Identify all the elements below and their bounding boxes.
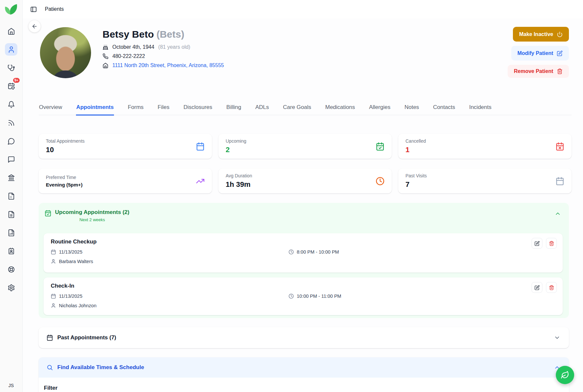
remove-patient-label: Remove Patient: [514, 68, 553, 74]
tab-incidents[interactable]: Incidents: [469, 100, 492, 116]
patient-address-link[interactable]: 1111 North 20th Street, Phoenix, Arizona…: [112, 62, 224, 68]
delete-appointment-button[interactable]: [546, 238, 557, 249]
sidebar-item-chat[interactable]: [5, 135, 17, 147]
stat-label: Cancelled: [405, 138, 426, 144]
sidebar-item-reports[interactable]: [5, 226, 17, 239]
clock-icon: [289, 249, 294, 255]
modify-patient-button[interactable]: Modify Patient: [511, 46, 569, 61]
expand-past-button[interactable]: [553, 334, 561, 342]
patient-name: Betsy Beto(Bets): [103, 27, 224, 41]
clock-icon: [376, 177, 385, 186]
tab-disclosures[interactable]: Disclosures: [183, 100, 213, 116]
sidebar-nav: 9+: [5, 25, 17, 294]
trending-up-icon: [196, 177, 205, 186]
sidebar-item-care-calendar[interactable]: 9+: [5, 80, 17, 92]
appointment-title: Routine Checkup: [51, 239, 555, 245]
arrow-left-icon: [31, 23, 38, 29]
patient-phone: 480-222-2222: [112, 53, 145, 59]
upcoming-appointments-section: Upcoming Appointments (2) Next 2 weeks R…: [39, 203, 569, 318]
past-appointments-section[interactable]: Past Appointments (7): [39, 327, 569, 348]
trash-icon: [549, 241, 554, 246]
rss-icon: [8, 119, 15, 127]
schedule-section: Find Available Times & Schedule Filter: [39, 357, 569, 392]
past-appointments-title: Past Appointments (7): [57, 334, 116, 341]
remove-patient-button[interactable]: Remove Patient: [508, 65, 569, 78]
calendar-check-icon: [376, 142, 385, 151]
appointment-time: 10:00 PM - 11:00 PM: [297, 294, 341, 299]
appointment-provider-row: Nicholas Johnzon: [51, 303, 555, 308]
tab-billing[interactable]: Billing: [226, 100, 241, 116]
edit-appointment-button[interactable]: [532, 238, 542, 249]
stat-label: Upcoming: [226, 138, 246, 144]
tab-care-goals[interactable]: Care Goals: [283, 100, 311, 116]
stat-label: Avg Duration: [226, 173, 252, 178]
landmark-icon: [8, 174, 15, 182]
patient-header: Betsy Beto(Bets) October 4th, 1944 (81 y…: [103, 27, 224, 69]
appointment-time-row: 8:00 PM - 10:00 PM: [289, 249, 339, 255]
bell-icon: [8, 101, 15, 108]
chevron-up-icon: [555, 210, 561, 217]
sidebar-item-clinical[interactable]: [5, 62, 17, 74]
sidebar-item-support[interactable]: [5, 263, 17, 276]
user-initials[interactable]: JS: [9, 383, 14, 388]
make-inactive-button[interactable]: Make Inactive: [513, 27, 569, 42]
sidebar-item-messages[interactable]: [5, 153, 17, 166]
sidebar-item-contacts[interactable]: [5, 245, 17, 257]
assistant-fab-button[interactable]: [556, 366, 574, 384]
sidebar-item-feed[interactable]: [5, 116, 17, 129]
edit-icon: [535, 241, 540, 246]
sidebar-toggle-button[interactable]: [30, 6, 37, 13]
delete-appointment-button[interactable]: [546, 282, 557, 293]
stat-preferred-time: Preferred Time Evening (5pm+): [39, 169, 212, 193]
edit-icon: [557, 50, 563, 56]
calendar-heart-icon: [8, 82, 15, 90]
tab-appointments[interactable]: Appointments: [76, 100, 114, 116]
edit-icon: [535, 285, 540, 290]
tab-overview[interactable]: Overview: [39, 100, 63, 116]
patient-tabs: Overview Appointments Forms Files Disclo…: [39, 100, 572, 115]
patient-age: (81 years old): [158, 44, 190, 50]
sidebar-item-documents[interactable]: [5, 208, 17, 221]
collapse-upcoming-button[interactable]: [554, 209, 562, 218]
appointment-time-row: 10:00 PM - 11:00 PM: [289, 294, 341, 299]
appointment-title: Check-In: [51, 283, 555, 289]
patient-full-name: Betsy Beto: [103, 29, 154, 40]
sidebar-item-home[interactable]: [5, 25, 17, 37]
edit-appointment-button[interactable]: [532, 282, 542, 293]
clock-icon: [289, 294, 294, 299]
leaf-icon: [561, 371, 569, 379]
sidebar-item-notifications[interactable]: [5, 98, 17, 111]
tab-allergies[interactable]: Allergies: [369, 100, 391, 116]
make-inactive-label: Make Inactive: [519, 31, 553, 37]
patient-address-row: 1111 North 20th Street, Phoenix, Arizona…: [103, 62, 224, 69]
birthday-cake-icon: [103, 44, 108, 50]
tab-adls[interactable]: ADLs: [255, 100, 269, 116]
sidebar-item-forms[interactable]: [5, 190, 17, 202]
sidebar-item-patients[interactable]: [5, 43, 17, 56]
stat-value: 7: [405, 180, 427, 189]
stat-cancelled: Cancelled 1: [398, 134, 572, 159]
home-address-icon: [103, 62, 108, 68]
patient-dob: October 4th, 1944: [112, 44, 154, 50]
back-button[interactable]: [28, 20, 41, 32]
tab-medications[interactable]: Medications: [325, 100, 355, 116]
phone-icon: [103, 53, 108, 59]
tab-files[interactable]: Files: [157, 100, 170, 116]
id-card-icon: [8, 247, 15, 255]
panel-left-icon: [30, 6, 37, 13]
chevron-down-icon: [554, 334, 560, 341]
app-logo-leaf-icon[interactable]: [4, 3, 19, 16]
upcoming-appointments-header[interactable]: Upcoming Appointments (2) Next 2 weeks: [39, 203, 569, 222]
trash-icon: [549, 285, 554, 290]
sidebar-item-settings[interactable]: [5, 281, 17, 294]
tab-contacts[interactable]: Contacts: [433, 100, 455, 116]
tab-notes[interactable]: Notes: [404, 100, 419, 116]
calendar-icon: [555, 177, 564, 186]
sidebar-item-billing[interactable]: [5, 171, 17, 184]
appointment-date: 11/13/2025: [59, 294, 83, 299]
patients-icon: [8, 46, 15, 53]
stat-value: Evening (5pm+): [46, 182, 83, 187]
schedule-header[interactable]: Find Available Times & Schedule: [39, 357, 569, 378]
stat-label: Preferred Time: [46, 175, 83, 180]
tab-forms[interactable]: Forms: [127, 100, 144, 116]
